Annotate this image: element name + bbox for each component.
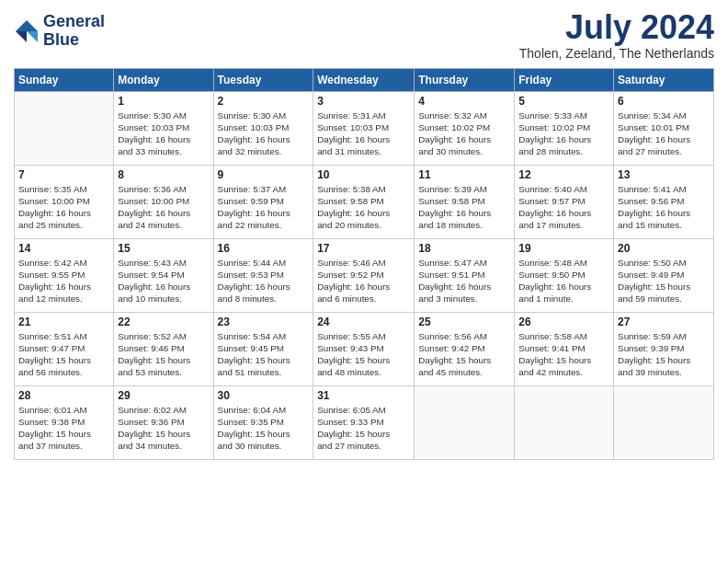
calendar-day-cell: 30Sunrise: 6:04 AMSunset: 9:35 PMDayligh… (213, 385, 313, 459)
month-title: July 2024 (519, 9, 714, 46)
weekday-header-cell: Sunday (15, 68, 114, 91)
day-info: Sunrise: 5:34 AMSunset: 10:01 PMDaylight… (618, 109, 710, 158)
svg-marker-1 (27, 31, 38, 42)
calendar-day-cell: 7Sunrise: 5:35 AMSunset: 10:00 PMDayligh… (15, 165, 114, 238)
calendar-day-cell: 26Sunrise: 5:58 AMSunset: 9:41 PMDayligh… (515, 312, 614, 385)
day-info: Sunrise: 5:30 AMSunset: 10:03 PMDaylight… (218, 109, 310, 158)
calendar-week-row: 28Sunrise: 6:01 AMSunset: 9:38 PMDayligh… (15, 385, 714, 459)
day-number: 8 (118, 168, 209, 181)
calendar-day-cell: 23Sunrise: 5:54 AMSunset: 9:45 PMDayligh… (213, 312, 313, 385)
calendar-day-cell: 14Sunrise: 5:42 AMSunset: 9:55 PMDayligh… (15, 238, 114, 312)
day-number: 6 (618, 95, 710, 108)
day-number: 24 (317, 316, 410, 328)
day-info: Sunrise: 5:37 AMSunset: 9:59 PMDaylight:… (218, 183, 310, 232)
day-number: 15 (118, 242, 209, 255)
day-info: Sunrise: 5:52 AMSunset: 9:46 PMDaylight:… (118, 330, 209, 379)
weekday-header-cell: Thursday (415, 68, 515, 91)
logo-text: General Blue (43, 13, 105, 50)
title-block: July 2024 Tholen, Zeeland, The Netherlan… (519, 9, 714, 61)
day-info: Sunrise: 6:02 AMSunset: 9:36 PMDaylight:… (118, 404, 209, 453)
day-number: 25 (418, 316, 510, 328)
calendar-body: 1Sunrise: 5:30 AMSunset: 10:03 PMDayligh… (15, 91, 714, 459)
weekday-header-cell: Tuesday (213, 68, 313, 91)
day-info: Sunrise: 5:35 AMSunset: 10:00 PMDaylight… (18, 183, 109, 232)
calendar-day-cell: 28Sunrise: 6:01 AMSunset: 9:38 PMDayligh… (15, 385, 114, 459)
svg-marker-2 (16, 31, 27, 42)
day-info: Sunrise: 5:55 AMSunset: 9:43 PMDaylight:… (317, 330, 410, 379)
day-info: Sunrise: 5:44 AMSunset: 9:53 PMDaylight:… (218, 257, 310, 305)
location: Tholen, Zeeland, The Netherlands (519, 46, 714, 61)
day-number: 18 (418, 242, 510, 255)
day-number: 10 (317, 168, 410, 181)
day-number: 28 (18, 389, 109, 402)
day-number: 22 (118, 316, 209, 328)
day-info: Sunrise: 5:40 AMSunset: 9:57 PMDaylight:… (518, 183, 609, 232)
day-info: Sunrise: 5:31 AMSunset: 10:03 PMDaylight… (317, 109, 410, 158)
day-number: 21 (18, 316, 109, 328)
day-info: Sunrise: 5:54 AMSunset: 9:45 PMDaylight:… (218, 330, 310, 379)
calendar-day-cell: 25Sunrise: 5:56 AMSunset: 9:42 PMDayligh… (415, 312, 515, 385)
day-info: Sunrise: 5:47 AMSunset: 9:51 PMDaylight:… (418, 257, 510, 305)
day-number: 16 (218, 242, 310, 255)
calendar-day-cell: 18Sunrise: 5:47 AMSunset: 9:51 PMDayligh… (415, 238, 515, 312)
calendar-day-cell: 10Sunrise: 5:38 AMSunset: 9:58 PMDayligh… (313, 165, 415, 238)
calendar-day-cell (15, 91, 114, 165)
calendar-day-cell: 9Sunrise: 5:37 AMSunset: 9:59 PMDaylight… (213, 165, 313, 238)
day-number: 4 (418, 95, 510, 108)
calendar-day-cell: 17Sunrise: 5:46 AMSunset: 9:52 PMDayligh… (313, 238, 415, 312)
calendar-day-cell: 3Sunrise: 5:31 AMSunset: 10:03 PMDayligh… (313, 91, 415, 165)
day-number: 26 (518, 316, 609, 328)
calendar-day-cell: 8Sunrise: 5:36 AMSunset: 10:00 PMDayligh… (114, 165, 213, 238)
calendar-day-cell: 21Sunrise: 5:51 AMSunset: 9:47 PMDayligh… (15, 312, 114, 385)
day-number: 23 (218, 316, 310, 328)
calendar-day-cell: 13Sunrise: 5:41 AMSunset: 9:56 PMDayligh… (614, 165, 714, 238)
calendar-day-cell: 20Sunrise: 5:50 AMSunset: 9:49 PMDayligh… (614, 238, 714, 312)
day-info: Sunrise: 5:50 AMSunset: 9:49 PMDaylight:… (618, 257, 710, 305)
calendar-day-cell: 6Sunrise: 5:34 AMSunset: 10:01 PMDayligh… (614, 91, 714, 165)
calendar-day-cell: 19Sunrise: 5:48 AMSunset: 9:50 PMDayligh… (515, 238, 614, 312)
calendar-day-cell: 29Sunrise: 6:02 AMSunset: 9:36 PMDayligh… (114, 385, 213, 459)
day-info: Sunrise: 5:48 AMSunset: 9:50 PMDaylight:… (518, 257, 609, 305)
calendar-week-row: 21Sunrise: 5:51 AMSunset: 9:47 PMDayligh… (15, 312, 714, 385)
calendar-day-cell (415, 385, 515, 459)
calendar-day-cell: 16Sunrise: 5:44 AMSunset: 9:53 PMDayligh… (213, 238, 313, 312)
day-number: 1 (118, 95, 209, 108)
day-number: 2 (218, 95, 310, 108)
calendar-day-cell: 2Sunrise: 5:30 AMSunset: 10:03 PMDayligh… (213, 91, 313, 165)
day-number: 11 (418, 168, 510, 181)
day-info: Sunrise: 5:43 AMSunset: 9:54 PMDaylight:… (118, 257, 209, 305)
weekday-header-row: SundayMondayTuesdayWednesdayThursdayFrid… (15, 68, 714, 91)
day-number: 7 (18, 168, 109, 181)
day-number: 12 (518, 168, 609, 181)
day-number: 30 (218, 389, 310, 402)
day-info: Sunrise: 5:39 AMSunset: 9:58 PMDaylight:… (418, 183, 510, 232)
calendar-day-cell: 24Sunrise: 5:55 AMSunset: 9:43 PMDayligh… (313, 312, 415, 385)
calendar-day-cell: 27Sunrise: 5:59 AMSunset: 9:39 PMDayligh… (614, 312, 714, 385)
logo-icon (14, 18, 40, 44)
calendar-day-cell: 15Sunrise: 5:43 AMSunset: 9:54 PMDayligh… (114, 238, 213, 312)
day-number: 29 (118, 389, 209, 402)
weekday-header-cell: Friday (515, 68, 614, 91)
day-number: 5 (518, 95, 609, 108)
day-info: Sunrise: 5:58 AMSunset: 9:41 PMDaylight:… (518, 330, 609, 379)
day-number: 19 (518, 242, 609, 255)
calendar-day-cell: 22Sunrise: 5:52 AMSunset: 9:46 PMDayligh… (114, 312, 213, 385)
day-number: 31 (317, 389, 410, 402)
day-number: 9 (218, 168, 310, 181)
weekday-header-cell: Saturday (614, 68, 714, 91)
day-number: 13 (618, 168, 710, 181)
day-number: 3 (317, 95, 410, 108)
day-info: Sunrise: 5:46 AMSunset: 9:52 PMDaylight:… (317, 257, 410, 305)
day-number: 17 (317, 242, 410, 255)
day-info: Sunrise: 5:59 AMSunset: 9:39 PMDaylight:… (618, 330, 710, 379)
calendar-day-cell: 11Sunrise: 5:39 AMSunset: 9:58 PMDayligh… (415, 165, 515, 238)
weekday-header-cell: Monday (114, 68, 213, 91)
logo: General Blue (14, 13, 105, 50)
day-number: 27 (618, 316, 710, 328)
calendar-week-row: 1Sunrise: 5:30 AMSunset: 10:03 PMDayligh… (15, 91, 714, 165)
calendar-day-cell (614, 385, 714, 459)
weekday-header-cell: Wednesday (313, 68, 415, 91)
day-info: Sunrise: 6:05 AMSunset: 9:33 PMDaylight:… (317, 404, 410, 453)
day-info: Sunrise: 6:01 AMSunset: 9:38 PMDaylight:… (18, 404, 109, 453)
calendar-day-cell: 4Sunrise: 5:32 AMSunset: 10:02 PMDayligh… (415, 91, 515, 165)
